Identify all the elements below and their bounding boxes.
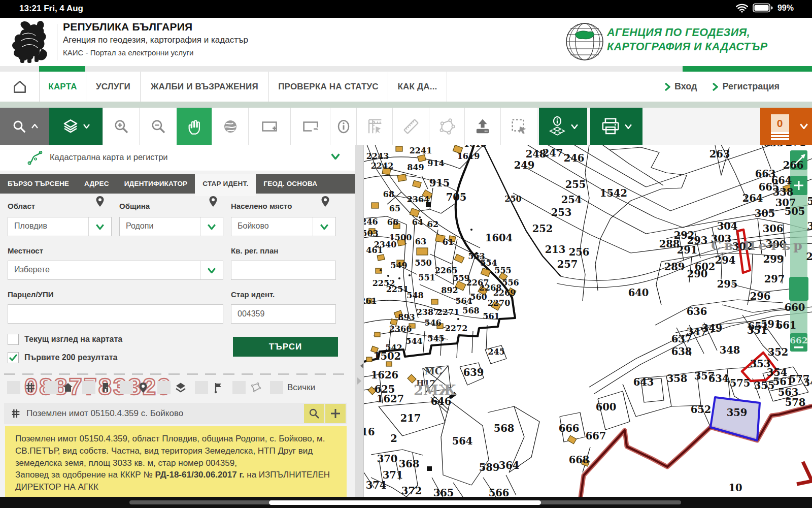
nav-item-5[interactable]: КАК ДА... (388, 72, 447, 102)
parcel-number-label: 2364 (407, 195, 430, 204)
parcel-number-label: 2242 (371, 161, 394, 171)
world-extent-button[interactable] (212, 108, 248, 145)
republic-title: РЕПУБЛИКА БЪЛГАРИЯ (63, 21, 248, 33)
layer-selector[interactable]: Кадастрална карта и регистри (0, 145, 355, 171)
kais-portal-screen: 13:21 Fri, 4 Aug 99% (0, 0, 812, 508)
mestnost-select[interactable]: Изберете (8, 261, 223, 280)
filter-checkbox-polygon[interactable] (232, 381, 246, 394)
nav-item-4[interactable]: ПРОВЕРКА НА СТАТУС (269, 72, 388, 102)
upload-button[interactable] (464, 108, 500, 145)
agency-globe-logo (564, 20, 605, 62)
extent-add-button[interactable] (248, 108, 290, 145)
tab-4[interactable]: СТАР ИДЕНТ. (195, 174, 256, 196)
parcel-number-label: 548 (407, 291, 423, 300)
home-button[interactable] (0, 72, 40, 102)
parcel-number-label: 637 (671, 333, 692, 345)
current-view-checkbox[interactable] (8, 334, 19, 345)
tab-1[interactable]: БЪРЗО ТЪРСЕНЕ (0, 174, 77, 194)
map-annotation: 662 (790, 335, 808, 345)
measure-distance-button[interactable] (392, 108, 429, 145)
print-button[interactable] (590, 108, 642, 145)
parcel-number-label: 560 (470, 292, 487, 302)
zoom-in-button[interactable] (103, 108, 139, 145)
nav-item-2[interactable]: УСЛУГИ (86, 72, 141, 102)
check-icon (9, 353, 18, 362)
map-zoom-handle[interactable] (789, 277, 808, 301)
first-200-checkbox[interactable] (8, 352, 19, 363)
parcel-number-label: 249 (514, 160, 535, 171)
measure-polygon-button[interactable] (429, 108, 464, 145)
parcel-number-label: 1626 (371, 369, 398, 381)
layers-icon (62, 118, 79, 135)
rectangle-minus-icon (302, 119, 319, 134)
selection-counter: 0 (771, 114, 789, 133)
current-view-label: Текущ изглед на картата (24, 335, 122, 344)
parcel-number-label: 247 (543, 147, 563, 159)
ruler-icon (402, 118, 420, 135)
pan-tool-button[interactable] (177, 108, 212, 145)
parcel-number-label: 566 (489, 487, 510, 497)
tab-2[interactable]: АДРЕС (77, 174, 117, 194)
nav-item-3[interactable]: ЖАЛБИ И ВЪЗРАЖЕНИЯ (141, 72, 269, 102)
parcel-number-label: 294 (715, 255, 736, 266)
pin-icon (137, 382, 149, 394)
layer-selector-value: Кадастрална карта и регистри (50, 152, 168, 162)
login-link[interactable]: Вход (664, 81, 697, 92)
register-link[interactable]: Регистрация (712, 81, 780, 92)
building (366, 357, 372, 362)
map-annotation: 2МЖ (414, 383, 457, 398)
kv-plan-input[interactable] (231, 261, 335, 279)
parcel-number-label: 257 (557, 259, 578, 270)
parcel-number-label: 365 (433, 487, 454, 497)
search-submit-button[interactable]: ТЪРСИ (233, 337, 338, 357)
parcel-number-label: 63 (415, 237, 426, 246)
filter-checkbox-flag[interactable] (195, 381, 208, 394)
extent-remove-button[interactable] (290, 108, 330, 145)
result-row[interactable]: Поземлен имот 05150.4.359 с. Бойково (4, 403, 347, 424)
tab-3[interactable]: ИДЕНТИФИКАТОР (117, 174, 195, 194)
parcel-details: Поземлен имот 05150.4.359, област Пловди… (5, 426, 347, 497)
filter-checkbox-building[interactable] (82, 381, 95, 394)
building (371, 203, 379, 208)
parcel-number-label: 304 (717, 220, 738, 232)
select-region-button[interactable] (500, 108, 537, 145)
naseleno-select[interactable]: Бойково (231, 217, 336, 236)
zoom-out-button[interactable] (139, 108, 177, 145)
battery-icon (753, 3, 773, 13)
filter-checkbox-pin[interactable] (120, 381, 133, 394)
parcel-input[interactable] (8, 305, 223, 323)
filter-checkbox-house[interactable] (45, 381, 58, 394)
parcel-number-label: 271 (786, 145, 806, 148)
search-tool-button[interactable] (0, 108, 49, 145)
parcel-number-label: 359 (727, 407, 748, 419)
horizontal-scrollbar-thumb[interactable] (269, 500, 541, 505)
selection-list-button[interactable]: 0 (760, 108, 812, 145)
star-ident-input[interactable] (231, 305, 335, 323)
field-label-mestnost: Местност (8, 246, 43, 255)
measure-area-button[interactable] (356, 108, 392, 145)
layer-info-button[interactable] (539, 108, 587, 145)
oblast-select[interactable]: Пловдив (8, 217, 112, 236)
cadastral-map[interactable]: 2243224122429141618161984991570568236465… (364, 145, 812, 497)
nav-item-1[interactable]: КАРТА (40, 72, 86, 102)
field-label-star-ident: Стар идент. (231, 290, 275, 299)
filter-checkbox-all[interactable] (270, 381, 283, 394)
polygon-icon (438, 118, 456, 135)
parcel-number-label: 2243 (366, 151, 389, 161)
parcel-number-label: 246 (364, 217, 378, 227)
parcel-number-label: 295 (717, 278, 738, 290)
filter-checkbox-grid[interactable] (7, 381, 20, 394)
layers-button[interactable] (49, 108, 103, 145)
info-tool-button[interactable] (330, 108, 356, 145)
parcel-number-label: 34 (803, 377, 812, 389)
polygon-icon (250, 382, 262, 394)
parcel-number-label: 5 (807, 196, 812, 207)
result-zoom-to-button[interactable] (304, 404, 324, 423)
result-add-button[interactable] (325, 404, 346, 423)
obshtina-select[interactable]: Родопи (119, 217, 223, 236)
parcel-number-label: 556 (502, 278, 519, 288)
filter-checkbox-layers[interactable] (157, 381, 171, 394)
tab-5[interactable]: ГЕОД. ОСНОВА (256, 174, 325, 194)
first-200-label: Първите 200 резултата (24, 353, 117, 362)
plus-icon (329, 407, 342, 420)
